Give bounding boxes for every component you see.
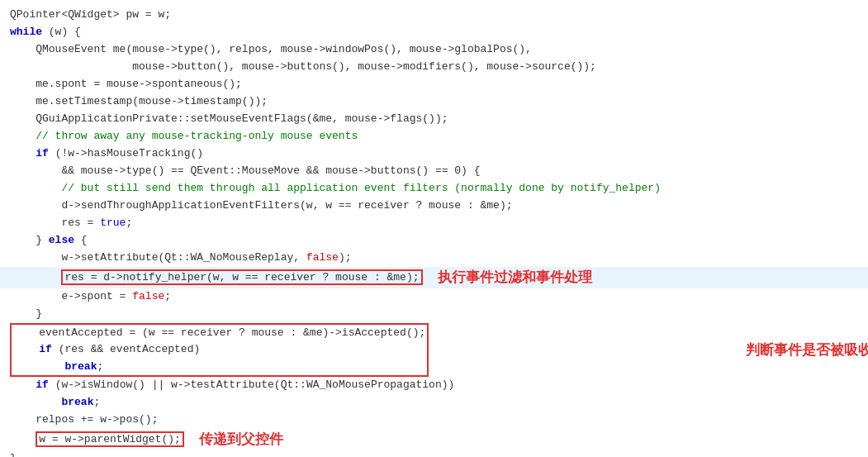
code-line-9: if (!w->hasMouseTracking()	[0, 145, 868, 163]
code-line-1: QPointer<QWidget> pw = w;	[0, 7, 868, 24]
annotation-parent-widget: 传递到父控件	[199, 429, 283, 450]
annotation-event-accepted: 判断事件是否被吸收	[746, 339, 868, 360]
code-line-16: res = d->notify_helper(w, w == receiver …	[0, 267, 868, 288]
code-line-5: me.spont = mouse->spontaneous();	[0, 76, 868, 93]
annotation-event-filter: 执行事件过滤和事件处理	[438, 267, 592, 288]
code-line-15: w->setAttribute(Qt::WA_NoMouseReplay, fa…	[0, 250, 868, 267]
code-line-10: && mouse->type() == QEvent::MouseMove &&…	[0, 163, 868, 180]
code-line-25: w = w->parentWidget(); 传递到父控件	[0, 429, 868, 450]
code-line-4: mouse->button(), mouse->buttons(), mouse…	[0, 59, 868, 76]
code-line-11: // but still send them through all appli…	[0, 180, 868, 198]
code-line-12: d->sendThroughApplicationEventFilters(w,…	[0, 198, 868, 215]
watermark: CSDN @weixin_45001971	[738, 455, 856, 457]
code-line-22: if (w->isWindow() || w->testAttribute(Qt…	[0, 377, 868, 394]
code-line-18: }	[0, 306, 868, 323]
code-line-24: relpos += w->pos();	[0, 412, 868, 429]
boxed-group-event-accepted: eventAccepted = (w == receiver ? mouse :…	[0, 323, 868, 376]
code-line-3: QMouseEvent me(mouse->type(), relpos, mo…	[0, 41, 868, 59]
code-container: QPointer<QWidget> pw = w; while (w) { QM…	[0, 0, 868, 457]
code-line-7: QGuiApplicationPrivate::setMouseEventFla…	[0, 111, 868, 128]
code-line-6: me.setTimestamp(mouse->timestamp());	[0, 93, 868, 111]
code-line-8: // throw away any mouse-tracking-only mo…	[0, 128, 868, 145]
code-line-14: } else {	[0, 232, 868, 250]
code-line-2: while (w) {	[0, 24, 868, 41]
code-line-23: break;	[0, 394, 868, 412]
code-line-17: e->spont = false;	[0, 288, 868, 306]
code-line-13: res = true;	[0, 215, 868, 232]
